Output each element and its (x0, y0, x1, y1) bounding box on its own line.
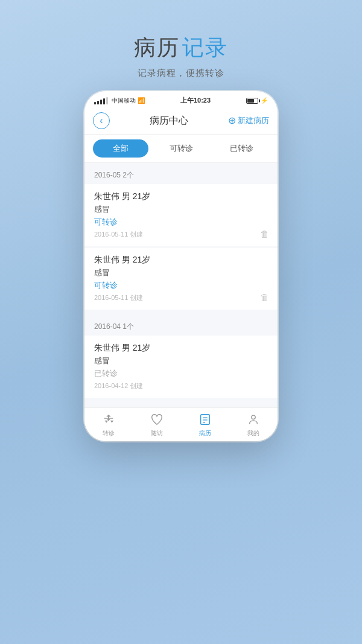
tab-transferred[interactable]: 已转诊 (214, 139, 269, 158)
tab-all[interactable]: 全部 (93, 139, 148, 158)
tab-followup-label: 随访 (151, 429, 163, 438)
patient-name-1: 朱世伟 男 21岁 (94, 191, 268, 202)
group-header-1: 2016-05 2个 (84, 163, 278, 184)
content-area: 2016-05 2个 朱世伟 男 21岁 感冒 可转诊 2016-05-11 创… (84, 163, 278, 407)
new-label: 新建病历 (238, 115, 269, 126)
nav-title: 病历中心 (150, 115, 188, 127)
charging-icon: ⚡ (261, 97, 268, 104)
filter-tab-bar: 全部 可转诊 已转诊 (84, 135, 278, 163)
tab-records-label: 病历 (199, 429, 211, 438)
header-title-black: 病历 (134, 33, 180, 63)
status-left: 中国移动 📶 (94, 97, 145, 105)
back-button[interactable]: ‹ (93, 112, 110, 129)
bottom-tab-bar: 转诊 随访 病历 (84, 407, 278, 441)
tab-transfer-label: 转诊 (103, 429, 115, 438)
tab-followup[interactable]: 随访 (133, 408, 181, 441)
status-3: 已转诊 (94, 368, 268, 379)
tab-transferable[interactable]: 可转诊 (153, 139, 209, 158)
nav-bar: ‹ 病历中心 ⊕ 新建病历 (84, 107, 278, 135)
svg-rect-0 (201, 415, 210, 425)
battery-icon (246, 98, 258, 104)
group-header-2: 2016-04 1个 (84, 314, 278, 336)
patient-name-3: 朱世伟 男 21岁 (94, 343, 268, 354)
new-icon: ⊕ (228, 116, 236, 126)
tab-transfer[interactable]: 转诊 (84, 408, 133, 441)
status-2: 可转诊 (94, 280, 268, 291)
tab-records[interactable]: 病历 (181, 408, 229, 441)
phone-mockup: 中国移动 📶 上午10:23 ⚡ ‹ 病历中心 ⊕ 新建病历 全部 可转诊 已转… (84, 91, 278, 441)
status-time: 上午10:23 (180, 96, 211, 105)
diagnosis-1: 感冒 (94, 204, 268, 215)
date-3: 2016-04-12 创建 (94, 381, 268, 391)
delete-icon-1[interactable]: 🗑 (260, 229, 269, 239)
transfer-icon (102, 413, 115, 428)
record-card-1[interactable]: 朱世伟 男 21岁 感冒 可转诊 2016-05-11 创建 🗑 (84, 184, 278, 246)
date-1: 2016-05-11 创建 (94, 230, 268, 239)
back-icon: ‹ (100, 115, 103, 126)
signal-icon (94, 97, 108, 104)
status-bar: 中国移动 📶 上午10:23 ⚡ (84, 91, 278, 107)
svg-point-4 (252, 415, 255, 419)
header-title-blue: 记录 (182, 33, 228, 63)
status-right: ⚡ (246, 97, 268, 104)
records-icon (198, 413, 212, 428)
delete-icon-2[interactable]: 🗑 (260, 292, 269, 302)
tab-mine-label: 我的 (247, 429, 259, 438)
record-card-3[interactable]: 朱世伟 男 21岁 感冒 已转诊 2016-04-12 创建 (84, 336, 278, 398)
new-record-button[interactable]: ⊕ 新建病历 (228, 115, 269, 126)
person-icon (247, 413, 260, 428)
status-1: 可转诊 (94, 217, 268, 228)
header-title-row: 病历 记录 (134, 33, 228, 63)
heart-icon (150, 413, 164, 428)
carrier-label: 中国移动 (112, 97, 136, 105)
date-2: 2016-05-11 创建 (94, 293, 268, 302)
record-card-2[interactable]: 朱世伟 男 21岁 感冒 可转诊 2016-05-11 创建 🗑 (84, 247, 278, 310)
tab-mine[interactable]: 我的 (229, 408, 278, 441)
diagnosis-2: 感冒 (94, 267, 268, 278)
diagnosis-3: 感冒 (94, 355, 268, 366)
header-subtitle: 记录病程，便携转诊 (134, 68, 228, 79)
page-header: 病历 记录 记录病程，便携转诊 (134, 33, 228, 79)
patient-name-2: 朱世伟 男 21岁 (94, 255, 268, 266)
wifi-icon: 📶 (138, 97, 145, 104)
